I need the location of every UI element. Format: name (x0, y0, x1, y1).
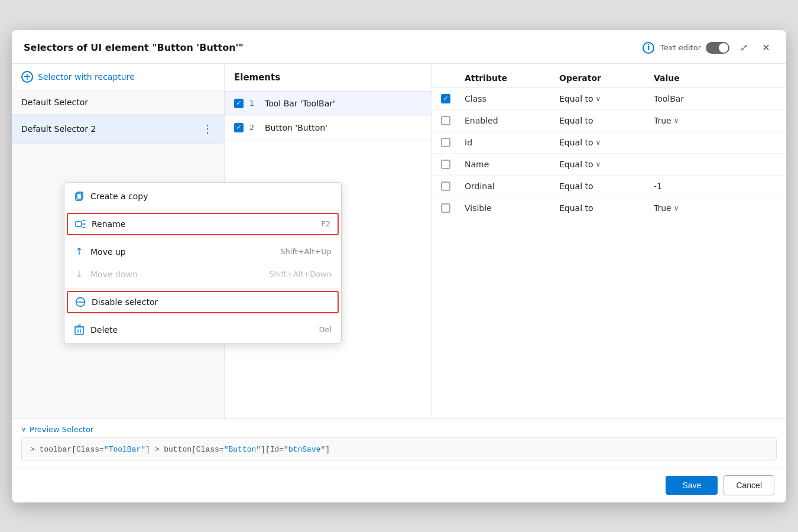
attr-ordinal-checkbox[interactable] (441, 181, 450, 191)
attr-visible-value-chevron[interactable]: ∨ (674, 204, 679, 212)
attr-row-ordinal: Ordinal Equal to -1 (432, 176, 786, 197)
attr-visible-value-wrap: True ∨ (654, 203, 777, 213)
svg-rect-8 (75, 327, 83, 335)
add-selector-label: Selector with recapture (38, 72, 135, 82)
menu-item-move-up-left: ↑ Move up (74, 246, 126, 257)
close-icon[interactable]: ✕ (758, 40, 774, 56)
attr-enabled-value: True (654, 116, 672, 125)
element-1-name: Tool Bar 'ToolBar' (265, 99, 335, 108)
menu-item-rename-left: Rename (75, 219, 125, 229)
preview-section: ∨ Preview Selector > toolbar[Class="Tool… (12, 419, 786, 468)
preview-code-gray4: ] (325, 445, 330, 454)
selector-item-1[interactable]: Default Selector (12, 90, 224, 115)
save-button[interactable]: Save (666, 476, 718, 495)
preview-arrow: > (30, 445, 40, 454)
menu-item-rename[interactable]: Rename F2 (67, 213, 339, 235)
menu-item-delete-left: Delete (74, 325, 118, 335)
attr-header-row: Attribute Operator Value (432, 69, 786, 88)
attr-enabled-operator-text: Equal to (559, 116, 593, 125)
preview-box: > toolbar[Class="ToolBar"] > button[Clas… (21, 437, 777, 460)
menu-item-rename-label: Rename (92, 219, 125, 229)
selector-item-2-kebab[interactable]: ⋮ (200, 122, 215, 136)
menu-item-move-down-label: Move down (90, 270, 138, 279)
selector-item-2[interactable]: Default Selector 2 ⋮ (12, 115, 224, 144)
menu-divider-4 (64, 316, 341, 316)
attr-enabled-checkbox[interactable] (441, 116, 450, 125)
attr-id-operator-chevron[interactable]: ∨ (596, 138, 601, 147)
attr-header-operator: Operator (559, 73, 654, 83)
dialog-body: + Selector with recapture Default Select… (12, 64, 786, 419)
left-panel: + Selector with recapture Default Select… (12, 64, 225, 419)
attr-class-operator-text: Equal to (559, 94, 593, 103)
element-row-1[interactable]: 1 Tool Bar 'ToolBar' (225, 92, 431, 116)
element-row-2[interactable]: 2 Button 'Button' (225, 116, 431, 140)
dialog-footer: Save Cancel (12, 468, 786, 502)
menu-item-disable[interactable]: Disable selector (67, 291, 339, 313)
attr-class-operator-chevron[interactable]: ∨ (596, 95, 601, 103)
text-editor-toggle[interactable] (706, 42, 729, 54)
element-1-num: 1 (249, 99, 259, 108)
info-icon[interactable]: i (643, 42, 654, 54)
menu-item-copy-label: Create a copy (90, 192, 148, 201)
menu-item-disable-label: Disable selector (92, 297, 158, 307)
attr-class-name: Class (465, 94, 559, 103)
element-2-num: 2 (249, 123, 259, 132)
preview-chevron-icon: ∨ (21, 426, 26, 433)
attr-class-checkbox[interactable] (441, 94, 450, 103)
attr-id-checkbox[interactable] (441, 138, 450, 147)
attr-header-attribute: Attribute (465, 73, 559, 83)
menu-item-move-up-shortcut: Shift+Alt+Up (280, 247, 332, 256)
attr-name-operator: Equal to ∨ (559, 160, 654, 169)
cancel-button[interactable]: Cancel (724, 475, 774, 495)
trash-icon (74, 325, 85, 335)
attr-visible-value: True (654, 203, 672, 213)
element-2-name: Button 'Button' (265, 123, 327, 132)
preview-header[interactable]: ∨ Preview Selector (21, 425, 777, 434)
text-editor-row: Text editor (660, 42, 729, 54)
element-1-checkbox[interactable] (234, 99, 244, 108)
menu-divider-1 (64, 210, 341, 210)
menu-item-delete[interactable]: Delete Del (64, 319, 341, 341)
preview-code-gray2: ] > button[Class= (145, 445, 224, 454)
attr-row-enabled: Enabled Equal to True ∨ (432, 110, 786, 132)
attr-ordinal-value: -1 (654, 181, 777, 191)
menu-item-move-down-left: ↓ Move down (74, 269, 138, 280)
toggle-thumb (719, 43, 728, 53)
svg-rect-2 (76, 222, 82, 226)
context-menu: Create a copy (64, 182, 342, 344)
attr-name-operator-text: Equal to (559, 160, 593, 169)
attr-row-id: Id Equal to ∨ (432, 132, 786, 154)
element-2-checkbox[interactable] (234, 123, 244, 132)
attr-name-operator-chevron[interactable]: ∨ (596, 160, 601, 168)
attr-id-name: Id (465, 138, 559, 147)
preview-code: > toolbar[Class="ToolBar"] > button[Clas… (30, 445, 330, 454)
dialog-title: Selectors of UI element "Button 'Button'… (24, 42, 637, 53)
menu-divider-2 (64, 238, 341, 238)
rename-icon (75, 219, 86, 229)
attr-ordinal-operator: Equal to (559, 181, 654, 191)
menu-item-move-down-shortcut: Shift+Alt+Down (269, 270, 332, 278)
dialog: Selectors of UI element "Button 'Button'… (12, 30, 786, 502)
expand-icon[interactable]: ⤢ (735, 40, 752, 56)
menu-item-copy[interactable]: Create a copy (64, 185, 341, 207)
menu-divider-3 (64, 288, 341, 288)
attr-visible-checkbox[interactable] (441, 203, 450, 213)
menu-item-move-up[interactable]: ↑ Move up Shift+Alt+Up (64, 241, 341, 263)
attr-visible-operator-text: Equal to (559, 203, 593, 213)
attributes-table: Attribute Operator Value Class Equal to … (432, 64, 786, 419)
attr-enabled-value-chevron[interactable]: ∨ (674, 116, 679, 125)
attr-name-checkbox[interactable] (441, 160, 450, 169)
attr-row-name: Name Equal to ∨ (432, 154, 786, 176)
selector-item-1-name: Default Selector (21, 98, 88, 107)
attr-ordinal-operator-text: Equal to (559, 181, 593, 191)
attr-row-class: Class Equal to ∨ ToolBar (432, 88, 786, 110)
preview-header-label: Preview Selector (30, 425, 93, 434)
text-editor-label: Text editor (660, 43, 701, 52)
selector-item-2-name: Default Selector 2 (21, 124, 96, 134)
add-selector-button[interactable]: + Selector with recapture (12, 64, 224, 90)
attr-header-value: Value (654, 73, 777, 83)
copy-icon (74, 191, 85, 202)
menu-item-move-down[interactable]: ↓ Move down Shift+Alt+Down (64, 263, 341, 286)
arrow-down-icon: ↓ (74, 269, 85, 280)
attr-class-operator: Equal to ∨ (559, 94, 654, 103)
